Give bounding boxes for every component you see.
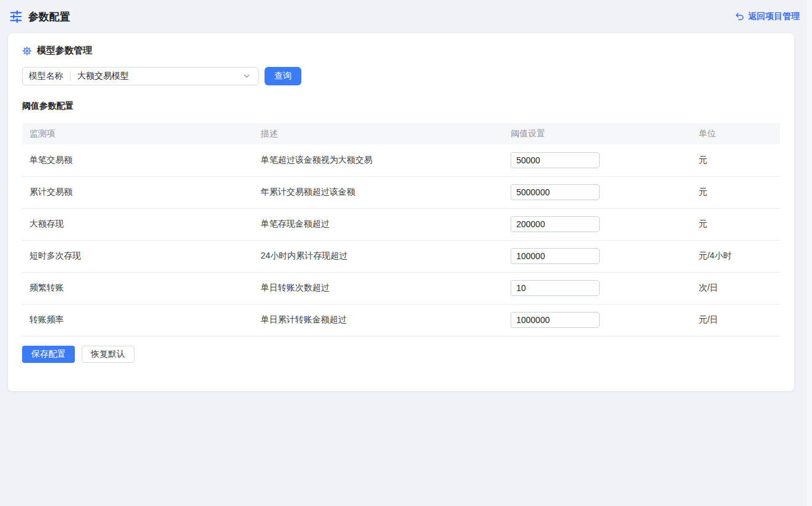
threshold-input[interactable]	[511, 184, 600, 200]
cell-desc: 单日转账次数超过	[253, 272, 504, 304]
threshold-input[interactable]	[511, 248, 600, 264]
back-link-label: 返回项目管理	[748, 11, 800, 22]
query-button[interactable]: 查询	[265, 67, 301, 85]
undo-icon	[735, 12, 744, 21]
cell-item: 频繁转账	[22, 272, 253, 304]
select-divider	[70, 72, 71, 81]
table-row: 频繁转账 单日转账次数超过 次/日	[22, 272, 780, 304]
col-header-desc: 描述	[253, 123, 504, 144]
cell-unit: 元	[691, 144, 780, 176]
model-select-label: 模型名称	[29, 71, 63, 82]
cell-desc: 单日累计转账金额超过	[253, 304, 504, 336]
save-config-button[interactable]: 保存配置	[22, 346, 75, 363]
table-row: 累计交易额 年累计交易额超过该金额 元	[22, 176, 780, 208]
cell-unit: 元/4小时	[691, 240, 780, 272]
threshold-input[interactable]	[511, 152, 600, 168]
table-row: 转账频率 单日累计转账金额超过 元/日	[22, 304, 780, 336]
model-select[interactable]: 模型名称 大额交易模型	[22, 67, 259, 85]
panel-title-row: 模型参数管理	[22, 45, 780, 56]
threshold-input[interactable]	[511, 312, 600, 328]
cell-desc: 单笔存现金额超过	[253, 208, 504, 240]
threshold-input[interactable]	[511, 280, 600, 296]
restore-defaults-button[interactable]: 恢复默认	[82, 346, 134, 363]
threshold-input[interactable]	[511, 216, 600, 232]
threshold-table: 监测项 描述 阈值设置 单位 单笔交易额 单笔超过该金额视为大额交易 元 累计交…	[22, 123, 780, 337]
cell-threshold	[503, 240, 691, 272]
table-row: 短时多次存现 24小时内累计存现超过 元/4小时	[22, 240, 780, 272]
cell-item: 转账频率	[22, 304, 253, 336]
col-header-threshold: 阈值设置	[503, 123, 691, 144]
cell-item: 单笔交易额	[22, 144, 253, 176]
cell-unit: 元	[691, 176, 780, 208]
cell-threshold	[503, 304, 691, 336]
section-title: 阈值参数配置	[22, 101, 780, 112]
page-title: 参数配置	[28, 10, 70, 24]
back-link[interactable]: 返回项目管理	[735, 11, 800, 22]
query-row: 模型名称 大额交易模型 查询	[22, 67, 780, 85]
model-select-value: 大额交易模型	[77, 71, 242, 82]
col-header-unit: 单位	[691, 123, 780, 144]
table-row: 单笔交易额 单笔超过该金额视为大额交易 元	[22, 144, 780, 176]
cell-unit: 元/日	[691, 304, 780, 336]
cell-threshold	[503, 144, 691, 176]
cell-unit: 次/日	[691, 272, 780, 304]
chevron-down-icon	[242, 72, 251, 80]
cell-unit: 元	[691, 208, 780, 240]
page-header: 参数配置 返回项目管理	[0, 0, 812, 33]
table-header-row: 监测项 描述 阈值设置 单位	[22, 123, 780, 144]
config-card: 模型参数管理 模型名称 大额交易模型 查询 阈值参数配置 监测项 描述 阈值设置…	[8, 33, 794, 391]
cell-threshold	[503, 272, 691, 304]
cell-threshold	[503, 208, 691, 240]
cell-item: 短时多次存现	[22, 240, 253, 272]
page-title-group: 参数配置	[9, 10, 70, 24]
gear-icon	[22, 46, 32, 56]
cell-desc: 单笔超过该金额视为大额交易	[253, 144, 504, 176]
cell-desc: 年累计交易额超过该金额	[253, 176, 504, 208]
actions-row: 保存配置 恢复默认	[22, 346, 780, 363]
table-row: 大额存现 单笔存现金额超过 元	[22, 208, 780, 240]
cell-threshold	[503, 176, 691, 208]
cell-item: 累计交易额	[22, 176, 253, 208]
panel-title: 模型参数管理	[37, 45, 92, 56]
scrollbar-track[interactable]	[807, 0, 812, 506]
cell-item: 大额存现	[22, 208, 253, 240]
sliders-icon	[9, 10, 23, 23]
cell-desc: 24小时内累计存现超过	[253, 240, 504, 272]
col-header-item: 监测项	[22, 123, 253, 144]
